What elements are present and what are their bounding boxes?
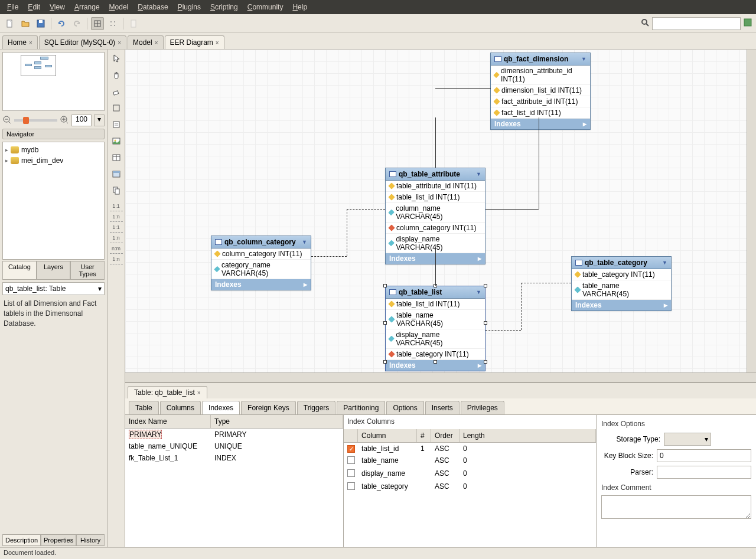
subtab-foreign-keys[interactable]: Foreign Keys	[241, 401, 296, 414]
selection-handle[interactable]	[383, 321, 387, 325]
side-tab-user-types[interactable]: User Types	[70, 261, 105, 280]
close-icon[interactable]: ×	[118, 40, 121, 46]
subtab-triggers[interactable]: Triggers	[297, 401, 336, 414]
tab-home[interactable]: Home×	[2, 35, 38, 49]
menu-model[interactable]: Model	[105, 1, 133, 13]
editor-tab-table[interactable]: Table: qb_table_list×	[128, 386, 207, 398]
menu-view[interactable]: View	[45, 1, 70, 13]
entity-qb_column_category[interactable]: qb_column_category▼column_category INT(1…	[211, 236, 311, 290]
chevron-right-icon[interactable]: ▸	[478, 254, 481, 263]
tree-item[interactable]: ▸mydb	[5, 145, 102, 155]
new-file-icon[interactable]	[4, 17, 17, 30]
chevron-right-icon[interactable]: ▸	[5, 147, 8, 153]
checkbox[interactable]	[347, 482, 355, 490]
index-column-row[interactable]: table_nameASC0	[344, 455, 596, 468]
menu-arrange[interactable]: Arrange	[70, 1, 105, 13]
schema-tree[interactable]: ▸mydb▸mei_dim_dev	[2, 142, 105, 260]
eer-canvas[interactable]: qb_fact_dimension▼dimension_attribute_id…	[125, 50, 756, 372]
image-tool-icon[interactable]	[110, 135, 123, 148]
object-dropdown[interactable]: qb_table_list: Table▾	[2, 282, 105, 295]
chevron-down-icon[interactable]: ▼	[476, 171, 481, 177]
zoom-dropdown[interactable]: ▾	[94, 115, 105, 126]
relationship-line[interactable]	[347, 209, 385, 210]
relationship-line[interactable]	[435, 117, 436, 168]
menu-database[interactable]: Database	[133, 1, 172, 13]
subtab-columns[interactable]: Columns	[160, 401, 201, 414]
tree-item[interactable]: ▸mei_dim_dev	[5, 155, 102, 166]
index-columns[interactable]: Index Columns Column # Order Length tabl…	[344, 415, 597, 547]
view-tool-icon[interactable]	[110, 168, 123, 181]
chevron-down-icon[interactable]: ▼	[581, 56, 586, 62]
tab-sql-editor-mysql-0-[interactable]: SQL Editor (MySQL-0)×	[39, 35, 126, 49]
index-row[interactable]: PRIMARYPRIMARY	[125, 429, 343, 440]
entity-qb_table_category[interactable]: qb_table_category▼table_category INT(11)…	[571, 256, 672, 311]
close-icon[interactable]: ×	[29, 40, 32, 46]
zoom-out-icon[interactable]	[2, 115, 12, 126]
entity-qb_table_list[interactable]: qb_table_list▼table_list_id INT(11)table…	[385, 286, 485, 371]
chevron-right-icon[interactable]: ▸	[5, 158, 8, 164]
subtab-options[interactable]: Options	[386, 401, 423, 414]
layer-tool-icon[interactable]	[110, 102, 123, 115]
note-tool-icon[interactable]	[110, 118, 123, 131]
tab-eer-diagram[interactable]: EER Diagram×	[165, 35, 224, 49]
entity-qb_fact_dimension[interactable]: qb_fact_dimension▼dimension_attribute_id…	[490, 53, 591, 130]
routine-tool-icon[interactable]	[110, 184, 123, 197]
subtab-privileges[interactable]: Privileges	[461, 401, 504, 414]
index-column-row[interactable]: table_categoryASC0	[344, 480, 596, 493]
selection-handle[interactable]	[484, 360, 487, 364]
side-tab-layers[interactable]: Layers	[37, 261, 71, 280]
relationship-line[interactable]	[435, 247, 436, 286]
eraser-tool-icon[interactable]	[110, 85, 123, 98]
pointer-tool-icon[interactable]	[110, 52, 123, 65]
relation-tool-1-n[interactable]: 1:n	[110, 256, 123, 264]
chevron-right-icon[interactable]: ▸	[304, 280, 307, 289]
chevron-down-icon[interactable]: ▼	[662, 260, 667, 266]
menu-file[interactable]: File	[2, 1, 23, 13]
relationship-line[interactable]	[521, 283, 522, 330]
index-row[interactable]: table_name_UNIQUEUNIQUE	[125, 440, 343, 452]
close-icon[interactable]: ×	[155, 40, 158, 46]
redo-icon[interactable]	[70, 17, 83, 30]
table-tool-icon[interactable]	[110, 151, 123, 164]
relationship-line[interactable]	[521, 283, 571, 283]
chevron-right-icon[interactable]: ▸	[583, 120, 586, 128]
grid-toggle-icon[interactable]	[91, 17, 104, 30]
subtab-table[interactable]: Table	[129, 401, 159, 414]
subtab-partitioning[interactable]: Partitioning	[337, 401, 385, 414]
checkbox[interactable]	[347, 445, 355, 453]
search-input[interactable]	[652, 17, 741, 30]
search-go-icon[interactable]	[743, 18, 752, 29]
panel-tab-properties[interactable]: Properties	[41, 534, 76, 546]
zoom-in-icon[interactable]	[60, 115, 69, 126]
relation-tool-n-m[interactable]: n:m	[110, 246, 123, 254]
close-icon[interactable]: ×	[216, 40, 219, 46]
selection-handle[interactable]	[484, 284, 487, 287]
index-comment-input[interactable]	[601, 495, 751, 519]
relationship-line[interactable]	[435, 88, 491, 89]
doc-icon[interactable]	[127, 17, 140, 30]
relationship-line[interactable]	[485, 330, 521, 331]
chevron-down-icon[interactable]: ▼	[476, 289, 481, 295]
menu-help[interactable]: Help	[288, 1, 312, 13]
chevron-down-icon[interactable]: ▼	[302, 239, 307, 245]
relation-tool-1-1[interactable]: 1:1	[110, 203, 123, 211]
zoom-value[interactable]: 100	[71, 115, 92, 126]
key-block-size-input[interactable]	[657, 449, 751, 462]
relationship-line[interactable]	[539, 117, 539, 209]
side-tab-catalog[interactable]: Catalog	[2, 261, 37, 280]
zoom-slider[interactable]	[14, 119, 57, 122]
storage-type-dropdown[interactable]: ▾	[664, 433, 711, 446]
minimap[interactable]	[2, 52, 105, 111]
relation-tool-1-n[interactable]: 1:n	[110, 214, 123, 222]
selection-handle[interactable]	[383, 284, 387, 287]
hand-tool-icon[interactable]	[110, 68, 123, 81]
search-icon[interactable]	[640, 18, 650, 29]
save-icon[interactable]	[34, 17, 47, 30]
index-column-row[interactable]: display_nameASC0	[344, 468, 596, 480]
subtab-inserts[interactable]: Inserts	[425, 401, 460, 414]
panel-tab-history[interactable]: History	[76, 534, 105, 546]
open-file-icon[interactable]	[19, 17, 32, 30]
relation-tool-1-n[interactable]: 1:n	[110, 235, 123, 243]
index-list[interactable]: Index Name Type PRIMARYPRIMARYtable_name…	[125, 415, 344, 547]
selection-handle[interactable]	[383, 360, 387, 364]
